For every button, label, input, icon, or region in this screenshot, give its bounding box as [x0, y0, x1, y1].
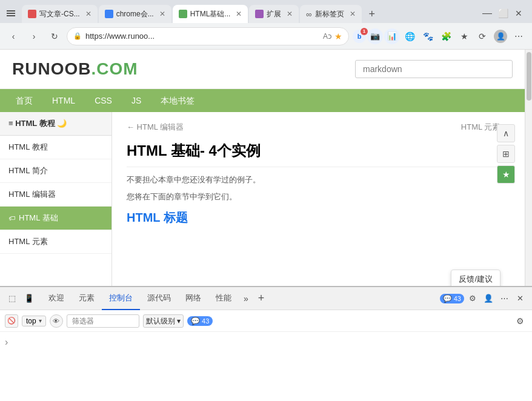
top-selector[interactable]: top ▾: [22, 316, 46, 326]
nav-html[interactable]: HTML: [42, 89, 85, 112]
sidebar-item-elements[interactable]: HTML 元素: [0, 230, 111, 254]
floating-feedback-panel[interactable]: 反馈/建议: [451, 270, 500, 286]
sidebar-toggle[interactable]: [5, 7, 17, 19]
devtools-left-icons: ⬚ 📱: [5, 291, 36, 306]
scrollbar[interactable]: [525, 50, 532, 286]
favorites-icon[interactable]: ★: [334, 31, 342, 41]
article-nav-prev[interactable]: ← HTML 编辑器: [127, 122, 184, 133]
tab-chrome[interactable]: chrome会... ✕: [99, 5, 171, 23]
new-tab-button[interactable]: +: [363, 5, 381, 23]
tab-newtab[interactable]: ∞ 新标签页 ✕: [300, 5, 361, 23]
site-logo: RUNOOB.COM: [12, 59, 138, 79]
nav-js[interactable]: JS: [122, 89, 151, 112]
devtools-tab-sources[interactable]: 源代码: [140, 287, 178, 310]
restore-button[interactable]: ⬜: [497, 7, 509, 19]
tab-html[interactable]: HTML基础... ✕: [173, 5, 248, 23]
minimize-button[interactable]: —: [481, 7, 493, 19]
console-content: [0, 332, 532, 401]
sidebar-title: ≡ HTML 教程 🌙: [0, 112, 111, 136]
devtools-more-icon[interactable]: ⋯: [497, 291, 511, 306]
tab-close-extensions[interactable]: ✕: [287, 10, 293, 18]
profile-button[interactable]: 👤: [492, 28, 509, 45]
devtools-panel: ⬚ 📱 欢迎 元素 控制台 源代码 网络 性能 » + 💬 43 ⚙ 👤 ⋯ ✕: [0, 286, 532, 401]
tab-writearticle[interactable]: 写文章-CS... ✕: [22, 5, 98, 23]
article-text2: 您将在下面的章节中学到它们。: [127, 190, 510, 204]
top-caret-icon: ▾: [39, 317, 42, 324]
logo-suffix: COM: [96, 59, 138, 78]
article-nav: ← HTML 编辑器 HTML 元素 →: [127, 122, 510, 133]
settings-button[interactable]: ⋯: [510, 28, 527, 45]
tab-bar: 写文章-CS... ✕ chrome会... ✕ HTML基础... ✕ 扩展 …: [0, 0, 532, 23]
devtools-tab-more[interactable]: »: [239, 294, 253, 303]
sidebar-item-tutorial[interactable]: HTML 教程: [0, 136, 111, 159]
star-button[interactable]: ★: [497, 165, 515, 184]
sidebar-item-editor[interactable]: HTML 编辑器: [0, 183, 111, 207]
address-bar-row: ‹ › ↻ 🔒 https://www.runoo... Aↄ ★ b 1 📷 …: [0, 23, 532, 50]
tab-close-writearticle[interactable]: ✕: [85, 10, 91, 18]
devtools-tab-elements[interactable]: 元素: [71, 287, 102, 310]
translate-icon[interactable]: 🌐: [401, 28, 418, 45]
devtools-screencast-icon[interactable]: 👤: [481, 291, 496, 306]
console-settings-icon[interactable]: ⚙: [513, 314, 527, 328]
devtools-tab-network[interactable]: 网络: [178, 287, 208, 310]
qrcode-button[interactable]: ⊞: [497, 145, 515, 163]
address-bar[interactable]: 🔒 https://www.runoo... Aↄ ★: [67, 27, 349, 45]
tab-close-chrome[interactable]: ✕: [159, 10, 165, 18]
logo-text: RUNOOB: [12, 59, 91, 78]
address-text: https://www.runoo...: [85, 31, 319, 41]
tab-extensions[interactable]: 扩展 ✕: [249, 5, 299, 23]
reload-button[interactable]: ↻: [46, 28, 63, 45]
tab-icon-chrome: [105, 10, 113, 18]
devtools-message-count: 💬 43: [440, 294, 464, 303]
ext-icon-paw[interactable]: 🐾: [419, 28, 436, 45]
browser-content: RUNOOB.COM 首页 HTML CSS JS 本地书签 ≡ HTML 教程…: [0, 50, 532, 286]
collapse-button[interactable]: ∧: [497, 124, 515, 142]
ext-badge-1[interactable]: b 1: [353, 30, 366, 43]
level-label: 默认级别: [146, 317, 175, 325]
site-nav: 首页 HTML CSS JS 本地书签: [0, 89, 525, 112]
nav-css[interactable]: CSS: [85, 89, 122, 112]
devtools-tab-welcome[interactable]: 欢迎: [41, 287, 71, 310]
devtools-tab-performance[interactable]: 性能: [208, 287, 239, 310]
favorites-manager-icon[interactable]: ★: [456, 28, 473, 45]
console-level-select[interactable]: 默认级别 ▾: [143, 314, 184, 328]
devtools-settings-icon[interactable]: ⚙: [465, 291, 480, 306]
sidebar-item-intro[interactable]: HTML 简介: [0, 159, 111, 183]
toolbar-icons: b 1 📷 📊 🌐 🐾 🧩 ★ ⟳ 👤 ⋯: [353, 28, 527, 45]
devtools-inspect-button[interactable]: ⬚: [5, 291, 19, 306]
back-button[interactable]: ‹: [5, 28, 22, 45]
window-buttons: — ⬜ ✕: [481, 7, 530, 23]
ext-icon-puzzle[interactable]: 🧩: [437, 28, 454, 45]
sync-icon[interactable]: ⟳: [474, 28, 491, 45]
sidebar-item-basics[interactable]: HTML 基础: [0, 207, 111, 230]
article-h2: HTML 标题: [127, 210, 510, 226]
console-eye-icon[interactable]: 👁: [50, 314, 63, 328]
read-aloud-icon[interactable]: Aↄ: [323, 32, 332, 41]
search-input[interactable]: [355, 60, 513, 78]
side-buttons: ∧ ⊞ ★: [497, 124, 515, 184]
devtools-tab-console[interactable]: 控制台: [102, 287, 140, 310]
tab-icon-extensions: [255, 10, 264, 18]
ext-icon-2[interactable]: 📷: [367, 28, 383, 44]
nav-bookmarks[interactable]: 本地书签: [151, 89, 204, 112]
devtools-tab-add[interactable]: +: [253, 292, 270, 305]
ext-icon-3[interactable]: 📊: [384, 28, 400, 44]
devtools-device-button[interactable]: 📱: [22, 291, 36, 306]
tab-icon-html: [179, 10, 187, 18]
tab-icon-newtab: ∞: [306, 10, 311, 19]
close-button[interactable]: ✕: [513, 7, 525, 19]
sidebar-title-text: ≡ HTML 教程 🌙: [8, 118, 67, 129]
tab-label-html: HTML基础...: [190, 9, 231, 19]
tab-close-html[interactable]: ✕: [236, 10, 242, 18]
forward-button[interactable]: ›: [25, 28, 42, 45]
site-content: RUNOOB.COM 首页 HTML CSS JS 本地书签 ≡ HTML 教程…: [0, 50, 525, 286]
tab-close-newtab[interactable]: ✕: [350, 10, 356, 18]
nav-home[interactable]: 首页: [6, 89, 42, 112]
address-icons: Aↄ ★: [323, 31, 342, 41]
logo-dot: .: [91, 59, 96, 78]
console-caret[interactable]: [5, 334, 527, 350]
scrollbar-thumb[interactable]: [527, 52, 531, 101]
console-clear-button[interactable]: 🚫: [5, 314, 18, 328]
devtools-close-icon[interactable]: ✕: [513, 291, 527, 306]
console-filter-input[interactable]: [67, 314, 139, 328]
